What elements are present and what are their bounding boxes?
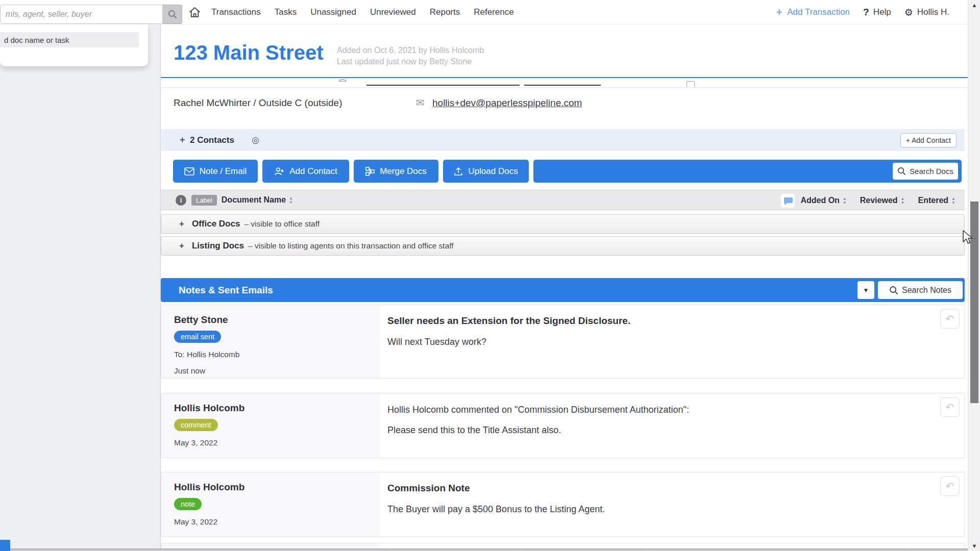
nav-reference[interactable]: Reference (474, 7, 513, 17)
page-title: 123 Main Street (174, 41, 323, 64)
search-suggestion-item[interactable]: d doc name or task (0, 32, 139, 47)
contact-email-link[interactable]: hollis+dev@paperlesspipeline.com (432, 97, 582, 109)
nav-reports[interactable]: Reports (430, 7, 460, 17)
page-meta: Added on Oct 6, 2021 by Hollis Holcomb L… (337, 45, 484, 67)
status-badge: email sent (174, 331, 221, 343)
home-icon (188, 6, 201, 19)
nav-unassigned[interactable]: Unassigned (310, 7, 356, 17)
column-reviewed[interactable]: Reviewed (860, 196, 898, 205)
nav-right-cluster: + Add Transaction ? Help ⚙ Hollis H. (776, 0, 949, 24)
merge-docs-button[interactable]: Merge Docs (354, 160, 438, 183)
document-toolbar: Note / Email Add Contact Merge Docs Uplo… (161, 160, 965, 183)
scroll-up-arrow[interactable]: ▲ (968, 2, 980, 8)
status-badge: comment (174, 419, 218, 431)
search-icon (897, 167, 906, 176)
note-author: Hollis Holcomb (174, 403, 244, 414)
note-author: Hollis Holcomb (174, 482, 244, 493)
search-notes-button[interactable]: Search Notes (878, 281, 963, 299)
user-label: Hollis H. (917, 7, 949, 17)
user-menu[interactable]: ⚙ Hollis H. (904, 7, 949, 18)
sort-up-icon: ▲ (951, 197, 955, 201)
clipped-link-underline (366, 85, 520, 86)
person-add-icon (274, 167, 284, 176)
expand-contacts-icon[interactable]: + (180, 135, 185, 145)
reply-button[interactable]: ↶ (940, 477, 960, 496)
scroll-down-arrow[interactable]: ▼ (968, 543, 980, 549)
merge-docs-label: Merge Docs (380, 166, 427, 177)
visibility-icon[interactable]: ◎ (252, 135, 259, 145)
section-office-docs[interactable]: + Office Docs – visible to office staff (161, 214, 965, 234)
note-body: The Buyer will pay a $500 Bonus to the L… (387, 504, 605, 515)
window-bottom-edge (0, 548, 980, 551)
doc-header-right: Added On ▲ ▼ Reviewed ▲ ▼ Entered ▲ ▼ (781, 190, 965, 211)
sort-icons[interactable]: ▲ ▼ (901, 197, 905, 205)
merge-icon (365, 167, 375, 176)
nav-unreviewed[interactable]: Unreviewed (370, 7, 416, 17)
expand-icon: + (179, 219, 184, 229)
chevron-down-icon: ▼ (863, 287, 869, 294)
nav-tasks[interactable]: Tasks (275, 7, 297, 17)
clipped-link-underline (524, 85, 601, 86)
sort-icons[interactable]: ▲ ▼ (289, 196, 293, 204)
contact-name: Rachel McWhirter / Outside C (outside) (174, 97, 342, 109)
note-date: Just now (174, 366, 205, 375)
sort-icons[interactable]: ▲ ▼ (843, 197, 847, 205)
add-transaction-button[interactable]: + Add Transaction (776, 7, 850, 17)
search-icon (168, 10, 177, 19)
search-notes-label: Search Notes (902, 286, 951, 295)
note-card: Betty Stone email sent To: Hollis Holcom… (161, 305, 965, 379)
help-label: Help (873, 7, 891, 17)
column-document-name[interactable]: Document Name (222, 195, 286, 205)
reply-icon: ↶ (946, 402, 954, 413)
gear-icon: ⚙ (904, 7, 913, 18)
note-subject: Commission Note (387, 483, 470, 494)
help-button[interactable]: ? Help (863, 7, 891, 18)
note-body: Please send this to the Title Assistant … (387, 425, 561, 436)
add-contact-small-button[interactable]: + Add Contact (900, 133, 957, 147)
note-email-button[interactable]: Note / Email (173, 160, 258, 183)
search-input[interactable] (0, 5, 163, 24)
search-suggestions-panel: d doc name or task (0, 24, 148, 66)
envelope-icon: ✉ (338, 79, 347, 85)
main-menu: Transactions Tasks Unassigned Unreviewed… (211, 0, 514, 24)
section-description: – visible to listing agents on this tran… (248, 241, 454, 251)
vertical-scrollbar: ▲ ▼ (968, 0, 980, 551)
search-button[interactable] (163, 5, 182, 24)
column-added-on[interactable]: Added On (800, 196, 839, 205)
sort-up-icon: ▲ (289, 196, 293, 200)
section-listing-docs[interactable]: + Listing Docs – visible to listing agen… (161, 236, 965, 256)
reply-button[interactable]: ↶ (940, 397, 960, 417)
sort-icons[interactable]: ▲ ▼ (951, 197, 955, 205)
note-date: May 3, 2022 (174, 517, 217, 527)
search-icon (889, 286, 898, 295)
global-search (0, 5, 182, 24)
info-icon[interactable]: i (176, 195, 186, 206)
app-window: Transactions Tasks Unassigned Unreviewed… (0, 0, 980, 551)
status-badge: note (174, 498, 202, 510)
section-name: Office Docs (192, 219, 240, 229)
note-recipient: To: Hollis Holcomb (174, 350, 239, 359)
contacts-count-label: 2 Contacts (190, 135, 234, 145)
add-contact-button[interactable]: Add Contact (262, 160, 349, 183)
label-column-badge: Label (191, 195, 217, 206)
added-line: Added on Oct 6, 2021 by Hollis Holcomb (337, 45, 484, 56)
note-card: Hollis Holcomb note May 3, 2022 Commissi… (161, 472, 965, 537)
envelope-icon: ✉ (416, 96, 425, 109)
column-entered[interactable]: Entered (918, 196, 949, 205)
note-date: May 3, 2022 (174, 438, 217, 447)
notes-filter-dropdown[interactable]: ▼ (857, 281, 874, 299)
sort-up-icon: ▲ (901, 197, 905, 201)
clipped-doc-icon (687, 81, 695, 88)
upload-docs-button[interactable]: Upload Docs (443, 160, 529, 183)
sidebar-background (0, 24, 161, 551)
contacts-summary-bar: + 2 Contacts ◎ + Add Contact (161, 129, 965, 151)
notes-section-header: Notes & Sent Emails ▼ Search Notes (161, 278, 965, 302)
nav-transactions[interactable]: Transactions (211, 7, 261, 17)
reply-button[interactable]: ↶ (940, 309, 960, 329)
page-header: 123 Main Street Added on Oct 6, 2021 by … (161, 24, 968, 78)
note-email-label: Note / Email (200, 166, 247, 177)
search-docs-button[interactable]: Search Docs (893, 163, 958, 180)
expand-icon: + (179, 241, 184, 251)
comment-bubble-icon (781, 194, 795, 208)
home-button[interactable] (188, 6, 201, 19)
